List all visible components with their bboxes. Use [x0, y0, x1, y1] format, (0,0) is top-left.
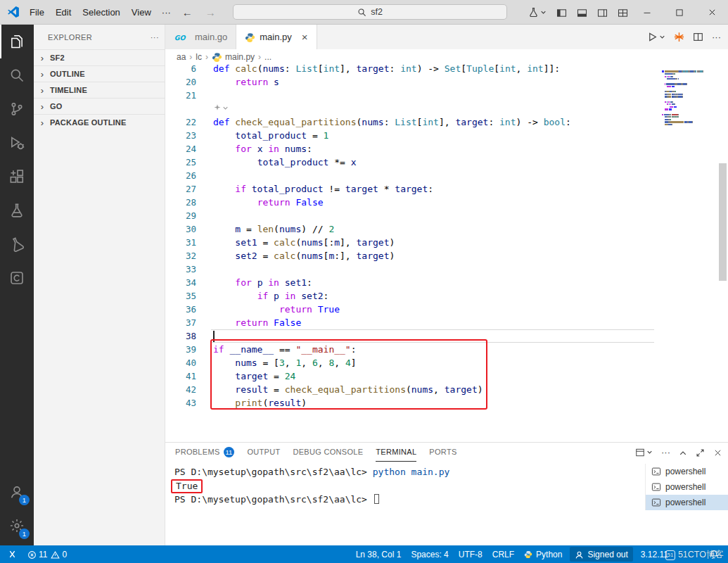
- sidebar-section-go[interactable]: ›GO: [34, 98, 165, 114]
- terminal-result: True: [176, 481, 198, 491]
- code-line-37[interactable]: 37 return False: [165, 316, 672, 329]
- breadcrumb-item[interactable]: main.py: [212, 51, 255, 62]
- terminal-views-button[interactable]: [635, 448, 653, 457]
- code-line-30[interactable]: 30 m = len(nums) // 2: [165, 222, 672, 236]
- code-line-24[interactable]: 24 for x in nums:: [165, 142, 672, 156]
- panel-tab-ports[interactable]: PORTS: [429, 443, 456, 462]
- sidebar-section-outline[interactable]: ›OUTLINE: [34, 65, 165, 82]
- maximize-panel-icon[interactable]: [679, 447, 687, 457]
- editor-scrollbar[interactable]: [719, 163, 727, 281]
- status-eol[interactable]: CRLF: [487, 545, 519, 563]
- code-line-23[interactable]: 23 total_product = 1: [165, 129, 672, 142]
- sidebar-more-actions-icon[interactable]: ···: [151, 33, 159, 42]
- terminal-session-item[interactable]: powershell: [646, 464, 728, 479]
- search-box[interactable]: sf2: [233, 4, 507, 20]
- activity-run-and-debug[interactable]: [0, 126, 34, 160]
- code-line-22[interactable]: 22def check_equal_partitions(nums: List[…: [165, 115, 672, 129]
- layout-panel-icon[interactable]: [577, 6, 587, 18]
- breadcrumb-item[interactable]: ...: [264, 52, 272, 62]
- activity-explorer[interactable]: [0, 25, 34, 58]
- sidebar-section-timeline[interactable]: ›TIMELINE: [34, 82, 165, 98]
- activity-extension-b[interactable]: [0, 261, 34, 295]
- python-icon: [245, 31, 255, 42]
- code-line-33[interactable]: 33: [165, 262, 672, 276]
- activity-testing[interactable]: [0, 194, 34, 227]
- maximize-button[interactable]: [663, 0, 696, 25]
- status-signed-out[interactable]: Signed out: [570, 547, 632, 562]
- run-button[interactable]: [647, 32, 665, 42]
- code-line-21[interactable]: 21: [165, 89, 672, 102]
- menu-edit[interactable]: Edit: [50, 5, 77, 20]
- activity-source-control[interactable]: [0, 92, 34, 126]
- split-editor-button[interactable]: [693, 32, 703, 42]
- terminal-session-item[interactable]: powershell: [646, 495, 728, 510]
- code-line-41[interactable]: 41 target = 24: [165, 369, 672, 383]
- code-line-40[interactable]: 40 nums = [3, 1, 6, 8, 4]: [165, 356, 672, 369]
- forward-button[interactable]: →: [199, 6, 222, 18]
- code-line-29[interactable]: 29: [165, 209, 672, 222]
- editor-more-actions-icon[interactable]: ···: [712, 32, 721, 42]
- remote-indicator[interactable]: [0, 545, 23, 563]
- panel-more-actions-icon[interactable]: ···: [661, 447, 670, 457]
- launch-profile-button[interactable]: [528, 7, 547, 18]
- menu-view[interactable]: View: [126, 5, 157, 20]
- status-indentation[interactable]: Spaces: 4: [406, 545, 453, 563]
- breadcrumb-item[interactable]: aa: [177, 52, 186, 62]
- menu-selection[interactable]: Selection: [77, 5, 125, 20]
- code-line-25[interactable]: 25 total_product *= x: [165, 156, 672, 169]
- code-line-34[interactable]: 34 for p in set1:: [165, 276, 672, 289]
- status-cursor-position[interactable]: Ln 38, Col 1: [351, 545, 407, 563]
- activity-accounts[interactable]: 1: [0, 475, 34, 509]
- inline-suggestion-row[interactable]: [165, 102, 672, 115]
- code-line-36[interactable]: 36 return True: [165, 303, 672, 316]
- code-line-38[interactable]: 38: [165, 329, 672, 343]
- activity-extensions[interactable]: [0, 160, 34, 194]
- panel-tab-debug-console[interactable]: DEBUG CONSOLE: [293, 443, 363, 462]
- layout-sidebar-left-icon[interactable]: [556, 6, 567, 18]
- menu-overflow-button[interactable]: ···: [157, 7, 176, 18]
- layout-sidebar-right-icon[interactable]: [597, 6, 608, 18]
- code-line-35[interactable]: 35 if p in set2:: [165, 289, 672, 303]
- code-line-26[interactable]: 26: [165, 169, 672, 182]
- sidebar-section-package-outline[interactable]: ›PACKAGE OUTLINE: [34, 114, 165, 130]
- asterisk-icon[interactable]: [674, 32, 684, 42]
- back-button[interactable]: ←: [176, 6, 199, 18]
- sidebar-section-sf2[interactable]: ›SF2: [34, 49, 165, 65]
- code-line-27[interactable]: 27 if total_product != target * target:: [165, 182, 672, 196]
- activity-bar-top: [0, 25, 34, 295]
- session-label: powershell: [665, 467, 705, 476]
- code-line-28[interactable]: 28 return False: [165, 196, 672, 209]
- expand-panel-icon[interactable]: [696, 447, 705, 457]
- sparkle-icon[interactable]: [213, 103, 229, 112]
- close-panel-icon[interactable]: [713, 447, 722, 457]
- minimap[interactable]: [660, 65, 717, 139]
- activity-settings[interactable]: 1: [0, 509, 34, 543]
- tab-main.go[interactable]: GOmain.go: [165, 25, 236, 49]
- status-encoding[interactable]: UTF-8: [454, 545, 487, 563]
- close-tab-icon[interactable]: ×: [302, 32, 308, 42]
- minimize-button[interactable]: [631, 0, 663, 25]
- code-line-20[interactable]: 20 return s: [165, 75, 672, 89]
- panel-tab-output[interactable]: OUTPUT: [247, 443, 280, 462]
- svg-text:GO: GO: [174, 34, 186, 42]
- close-window-button[interactable]: [696, 0, 728, 25]
- problems-status[interactable]: 110: [23, 545, 72, 563]
- activity-search[interactable]: [0, 58, 34, 92]
- code-line-31[interactable]: 31 set1 = calc(nums[:m], target): [165, 236, 672, 249]
- breadcrumb-item[interactable]: lc: [196, 52, 202, 62]
- panel-tab-problems[interactable]: PROBLEMS11: [175, 443, 234, 462]
- tab-main.py[interactable]: main.py×: [236, 25, 317, 49]
- activity-extension-a[interactable]: [0, 227, 34, 261]
- menu-file[interactable]: File: [24, 5, 50, 20]
- customize-layout-icon[interactable]: [618, 6, 628, 18]
- code-editor[interactable]: 6def calc(nums: List[int], target: int) …: [165, 65, 728, 442]
- code-line-6[interactable]: 6def calc(nums: List[int], target: int) …: [165, 65, 672, 75]
- terminal-session-item[interactable]: powershell: [646, 479, 728, 495]
- code-line-43[interactable]: 43 print(result): [165, 396, 672, 410]
- code-line-42[interactable]: 42 result = check_equal_partitions(nums,…: [165, 383, 672, 396]
- code-line-32[interactable]: 32 set2 = calc(nums[m:], target): [165, 249, 672, 262]
- panel-tab-terminal[interactable]: TERMINAL: [376, 443, 416, 462]
- terminal[interactable]: PS D:\mysetup\gopath\src\sf2\aa\lc> pyth…: [165, 462, 728, 545]
- code-line-39[interactable]: 39if __name__ == "__main__":: [165, 343, 672, 356]
- status-language-mode[interactable]: Python: [519, 545, 567, 563]
